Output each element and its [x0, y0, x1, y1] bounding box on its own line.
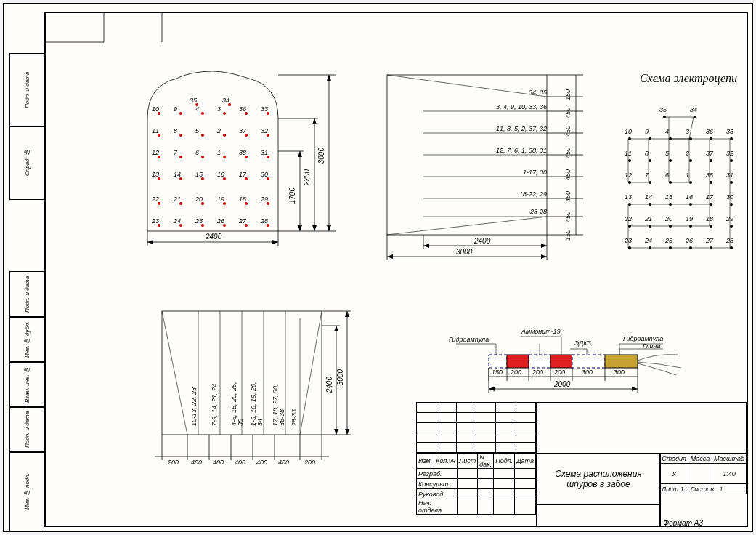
svg-marker-1	[272, 240, 278, 244]
circuit-title: Схема электроцепи	[616, 71, 756, 85]
svg-marker-7	[327, 225, 331, 231]
svg-marker-2	[298, 151, 302, 157]
svg-marker-12	[541, 254, 547, 259]
svg-marker-0	[147, 240, 153, 244]
svg-marker-4	[312, 118, 317, 124]
plan-view: 10-13, 22, 237-9, 14, 21, 244-6, 15, 20,…	[133, 304, 373, 471]
svg-marker-3	[298, 225, 302, 231]
svg-rect-23	[605, 355, 638, 368]
circuit-view: Схема электроцепи 3534109433633118523732…	[623, 82, 756, 249]
svg-marker-9	[423, 244, 429, 248]
svg-marker-24	[489, 387, 495, 391]
svg-marker-5	[312, 225, 317, 231]
section-view: 34, 353, 4, 9, 10, 33, 3611, 8, 5, 2, 37…	[380, 68, 627, 264]
svg-marker-15	[334, 429, 338, 435]
svg-rect-19	[507, 355, 529, 368]
svg-rect-20	[529, 355, 550, 368]
format-label: Формат А3	[663, 520, 703, 527]
side-stamp: Подп. и дата Спрад. № Подп. и дата Инв. …	[9, 9, 43, 526]
svg-marker-16	[345, 311, 349, 317]
face-view: 3534109433633118523732127613831131415161…	[140, 75, 329, 257]
svg-marker-10	[541, 244, 547, 248]
svg-marker-25	[632, 387, 638, 391]
svg-marker-6	[327, 75, 331, 81]
svg-marker-17	[345, 429, 349, 435]
svg-rect-21	[550, 355, 572, 368]
svg-rect-18	[489, 355, 507, 368]
title-block: Изм.Кол.уч ЛистN дак. Подп.Дата Разраб. …	[416, 402, 747, 526]
svg-rect-22	[572, 355, 605, 368]
svg-marker-14	[334, 326, 338, 331]
svg-marker-11	[387, 254, 393, 259]
